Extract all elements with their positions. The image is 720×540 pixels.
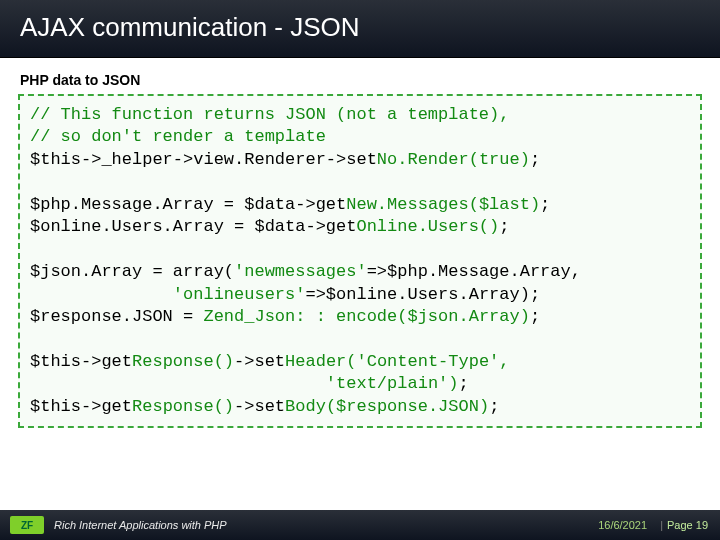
code-highlight: Response()	[132, 397, 234, 416]
code-comment: // so don't render a template	[30, 127, 326, 146]
zend-logo-icon: ZF	[10, 516, 44, 534]
code-text: ;	[489, 397, 499, 416]
code-text: =>$online.Users.Array);	[305, 285, 540, 304]
code-highlight: 'text/plain')	[326, 374, 459, 393]
code-text: $this->get	[30, 397, 132, 416]
code-text: ;	[540, 195, 550, 214]
code-highlight: Header('Content-Type',	[285, 352, 509, 371]
footer-right: 16/6/2021 |Page 19	[598, 519, 708, 531]
code-text: =>$php.Message.Array,	[367, 262, 581, 281]
section-subtitle: PHP data to JSON	[18, 72, 702, 88]
page-number: Page 19	[667, 519, 708, 531]
code-text: $online.Users.Array = $data->get	[30, 217, 356, 236]
code-block: // This function returns JSON (not a tem…	[18, 94, 702, 428]
code-highlight: Online.Users()	[356, 217, 499, 236]
title-text: AJAX communication - JSON	[20, 12, 360, 42]
code-highlight: New.Messages($last)	[346, 195, 540, 214]
code-text: ;	[499, 217, 509, 236]
slide-title: AJAX communication - JSON	[0, 0, 720, 58]
code-text	[30, 285, 173, 304]
code-highlight: Response()	[132, 352, 234, 371]
code-text	[30, 374, 326, 393]
code-text: ;	[530, 307, 540, 326]
footer-page: |Page 19	[656, 519, 708, 531]
footer-date: 16/6/2021	[598, 519, 647, 531]
code-text: $this->get	[30, 352, 132, 371]
code-text: ->set	[234, 352, 285, 371]
code-text: ;	[530, 150, 540, 169]
code-text: $this->_helper->view.Renderer->set	[30, 150, 377, 169]
code-highlight: 'onlineusers'	[173, 285, 306, 304]
code-highlight: Body($response.JSON)	[285, 397, 489, 416]
footer-course: Rich Internet Applications with PHP	[54, 519, 227, 531]
slide-footer: ZF Rich Internet Applications with PHP 1…	[0, 510, 720, 540]
code-comment: // This function returns JSON (not a tem…	[30, 105, 509, 124]
slide-content: PHP data to JSON // This function return…	[0, 58, 720, 510]
code-text: ;	[458, 374, 468, 393]
code-text: $php.Message.Array = $data->get	[30, 195, 346, 214]
code-text: ->set	[234, 397, 285, 416]
code-highlight: No.Render(true)	[377, 150, 530, 169]
code-highlight: Zend_Json: : encode($json.Array)	[203, 307, 529, 326]
code-text: $response.JSON =	[30, 307, 203, 326]
code-highlight: 'newmessages'	[234, 262, 367, 281]
code-text: $json.Array = array(	[30, 262, 234, 281]
